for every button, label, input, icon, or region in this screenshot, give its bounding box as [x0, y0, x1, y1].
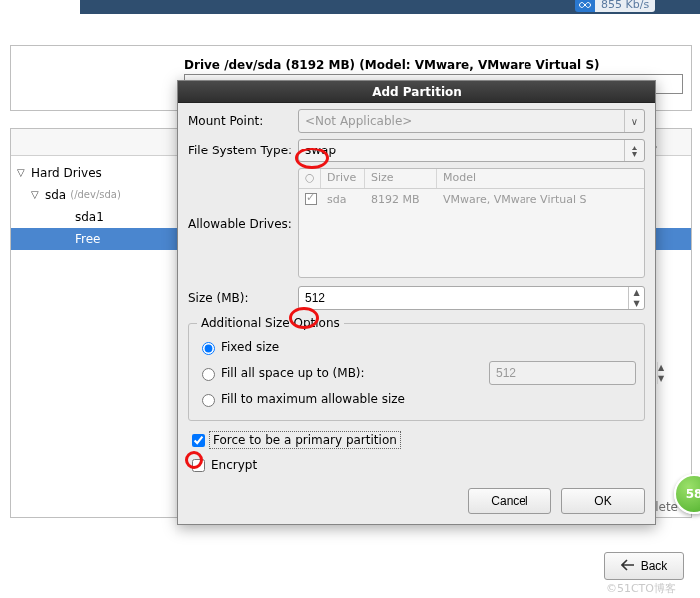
tree-label: sda — [45, 184, 66, 206]
check-encrypt-row[interactable]: Encrypt — [188, 452, 645, 478]
table-row: sda 8192 MB VMware, VMware Virtual S — [299, 189, 644, 212]
size-spin[interactable]: ▲ ▼ — [298, 286, 645, 310]
expander-icon[interactable]: ▽ — [17, 162, 29, 184]
window-top-strip: 855 Kb/s — [80, 0, 700, 14]
radio-fill-upto-label: Fill all space up to (MB): — [221, 366, 365, 380]
spin-down-icon: ▼ — [658, 373, 664, 384]
row-drive: sda — [327, 193, 371, 208]
check-encrypt-label: Encrypt — [211, 458, 257, 472]
infinity-icon — [575, 0, 595, 12]
ok-button[interactable]: OK — [561, 488, 645, 514]
tree-label: Free — [75, 228, 100, 250]
radio-fixed-row[interactable]: Fixed size — [197, 334, 636, 360]
additional-size-options: Additional Size Options Fixed size Fill … — [188, 316, 645, 421]
allowable-drives-table: ○ Drive Size Model sda 8192 MB VMware, V… — [298, 168, 645, 278]
radio-fill-max[interactable] — [202, 394, 215, 407]
dialog-title: Add Partition — [178, 81, 655, 103]
delete-button-stub: lete — [655, 500, 678, 514]
spin-up-icon: ▲ — [658, 362, 664, 373]
cancel-button[interactable]: Cancel — [468, 488, 551, 514]
expander-icon[interactable]: ▽ — [31, 184, 43, 206]
fs-type-label: File System Type: — [188, 144, 298, 157]
watermark: ©51CTO博客 — [606, 581, 676, 596]
drive-header-label: Drive /dev/sda (8192 MB) (Model: VMware,… — [184, 58, 600, 72]
size-input[interactable] — [299, 287, 628, 309]
check-primary[interactable] — [192, 434, 205, 447]
col-size[interactable]: Size — [365, 169, 437, 188]
radio-fixed-label: Fixed size — [221, 340, 279, 354]
tree-label: Hard Drives — [31, 162, 102, 184]
row-size: 8192 MB — [371, 193, 443, 208]
radio-fill-upto[interactable] — [202, 368, 215, 381]
radio-fill-max-label: Fill to maximum allowable size — [221, 392, 405, 406]
drive-checkbox — [305, 193, 317, 205]
fill-upto-input — [490, 362, 651, 384]
fill-upto-spin: ▲ ▼ — [489, 361, 636, 385]
col-check[interactable]: ○ — [299, 169, 321, 188]
speed-value: 855 Kb/s — [595, 0, 655, 12]
mount-point-label: Mount Point: — [188, 114, 298, 128]
spin-down-icon[interactable]: ▼ — [629, 298, 644, 309]
drives-table-header: ○ Drive Size Model — [299, 169, 644, 189]
fs-type-combo[interactable]: swap ▴▾ — [298, 139, 645, 162]
radio-fixed[interactable] — [202, 342, 215, 355]
tree-label: sda1 — [75, 206, 104, 228]
allowable-drives-label: Allowable Drives: — [188, 217, 298, 231]
col-drive[interactable]: Drive — [321, 169, 365, 188]
spin-up-icon[interactable]: ▲ — [629, 287, 644, 298]
radio-fill-max-row[interactable]: Fill to maximum allowable size — [197, 386, 636, 412]
speed-badge: 855 Kb/s — [575, 0, 655, 12]
arrow-left-icon — [621, 559, 635, 574]
back-button[interactable]: Back — [604, 552, 684, 580]
check-primary-row[interactable]: Force to be a primary partition — [188, 427, 645, 452]
tree-hint: (/dev/sda) — [70, 184, 121, 206]
size-label: Size (MB): — [188, 291, 298, 305]
fs-type-value: swap — [299, 144, 624, 157]
back-label: Back — [641, 559, 668, 573]
mount-point-combo: <Not Applicable> ∨ — [298, 109, 645, 133]
badge-value: 58 — [686, 487, 700, 501]
check-encrypt[interactable] — [192, 459, 205, 472]
col-model[interactable]: Model — [437, 169, 644, 188]
row-model: VMware, VMware Virtual S — [443, 193, 638, 208]
additional-legend: Additional Size Options — [197, 316, 344, 330]
mount-point-value: <Not Applicable> — [299, 114, 624, 128]
chevron-down-icon: ∨ — [624, 110, 644, 132]
radio-fill-upto-row[interactable]: Fill all space up to (MB): ▲ ▼ — [197, 360, 636, 386]
add-partition-dialog: Add Partition Mount Point: <Not Applicab… — [177, 80, 656, 525]
spinner-updown-icon[interactable]: ▴▾ — [624, 140, 644, 161]
check-primary-label: Force to be a primary partition — [211, 433, 399, 447]
